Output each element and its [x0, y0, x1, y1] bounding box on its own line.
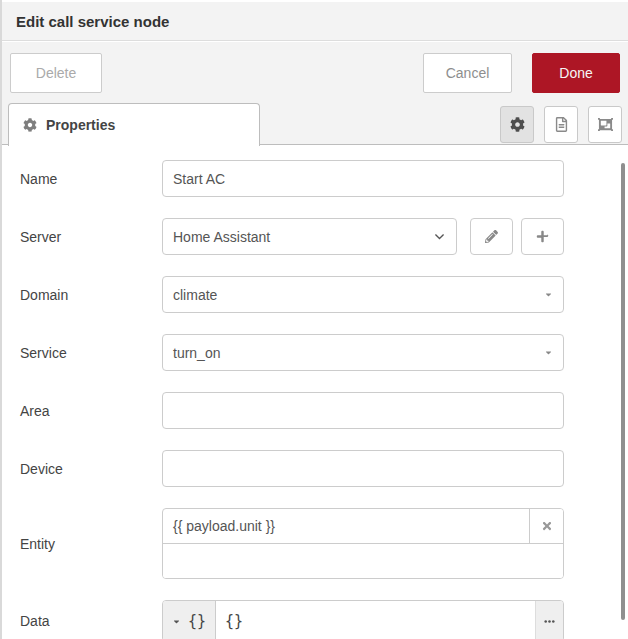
domain-label: Domain — [20, 287, 162, 303]
view-toggle-group — [500, 106, 622, 143]
entity-list-empty-area[interactable] — [163, 544, 563, 578]
entity-list: {{ payload.unit }} — [162, 508, 564, 579]
domain-select-value: climate — [173, 287, 544, 303]
object-group-icon — [598, 117, 613, 132]
gear-icon — [510, 117, 525, 132]
service-row: Service turn_on — [20, 334, 628, 371]
vertical-scrollbar-thumb[interactable] — [621, 163, 625, 620]
server-select-value: Home Assistant — [173, 229, 433, 245]
properties-view-button[interactable] — [500, 106, 534, 143]
gear-icon — [23, 118, 37, 132]
description-view-button[interactable] — [544, 106, 578, 143]
dialog-header: Edit call service node — [2, 2, 628, 41]
server-label: Server — [20, 229, 162, 245]
area-row: Area — [20, 392, 628, 429]
cancel-button[interactable]: Cancel — [423, 53, 512, 93]
entity-list-item[interactable]: {{ payload.unit }} — [163, 509, 563, 544]
ellipsis-icon — [543, 615, 556, 628]
area-label: Area — [20, 403, 162, 419]
entity-item-value[interactable]: {{ payload.unit }} — [163, 509, 529, 543]
plus-icon — [536, 230, 549, 243]
edit-server-button[interactable] — [470, 218, 513, 255]
area-input[interactable] — [162, 392, 564, 429]
add-server-button[interactable] — [521, 218, 564, 255]
dialog-toolbar: Delete Cancel Done — [2, 42, 628, 103]
name-input[interactable] — [162, 160, 564, 197]
device-input[interactable] — [162, 450, 564, 487]
expand-editor-button[interactable] — [535, 601, 563, 639]
data-label: Data — [20, 613, 162, 629]
appearance-view-button[interactable] — [588, 106, 622, 143]
data-type-dropdown[interactable]: {} — [163, 601, 216, 639]
delete-button[interactable]: Delete — [10, 53, 102, 93]
file-icon — [554, 117, 569, 132]
tab-properties[interactable]: Properties — [8, 103, 260, 146]
server-row: Server Home Assistant — [20, 218, 628, 255]
tab-properties-label: Properties — [46, 117, 115, 133]
name-label: Name — [20, 171, 162, 187]
domain-row: Domain climate — [20, 276, 628, 313]
caret-down-icon — [544, 348, 553, 357]
dialog-title: Edit call service node — [16, 13, 169, 30]
domain-select[interactable]: climate — [162, 276, 564, 313]
data-row: Data {} {} — [20, 600, 628, 639]
pencil-icon — [485, 230, 498, 243]
entity-label: Entity — [20, 536, 162, 552]
server-select[interactable]: Home Assistant — [162, 218, 457, 255]
json-type-icon: {} — [188, 612, 206, 630]
service-select-value: turn_on — [173, 345, 544, 361]
service-label: Service — [20, 345, 162, 361]
name-row: Name — [20, 160, 628, 197]
edit-node-dialog: Edit call service node Delete Cancel Don… — [0, 0, 628, 639]
tab-bar: Properties — [2, 103, 628, 145]
properties-form: Name Server Home Assistant Domai — [2, 146, 628, 639]
data-value-input[interactable]: {} — [216, 601, 535, 639]
service-select[interactable]: turn_on — [162, 334, 564, 371]
device-row: Device — [20, 450, 628, 487]
caret-down-icon — [544, 290, 553, 299]
done-button[interactable]: Done — [532, 53, 620, 93]
chevron-down-icon — [433, 230, 446, 243]
entity-row: Entity {{ payload.unit }} — [20, 508, 628, 579]
data-typed-input: {} {} — [162, 600, 564, 639]
remove-entity-button[interactable] — [529, 509, 563, 543]
close-icon — [541, 520, 553, 532]
device-label: Device — [20, 461, 162, 477]
caret-down-icon — [172, 617, 181, 626]
